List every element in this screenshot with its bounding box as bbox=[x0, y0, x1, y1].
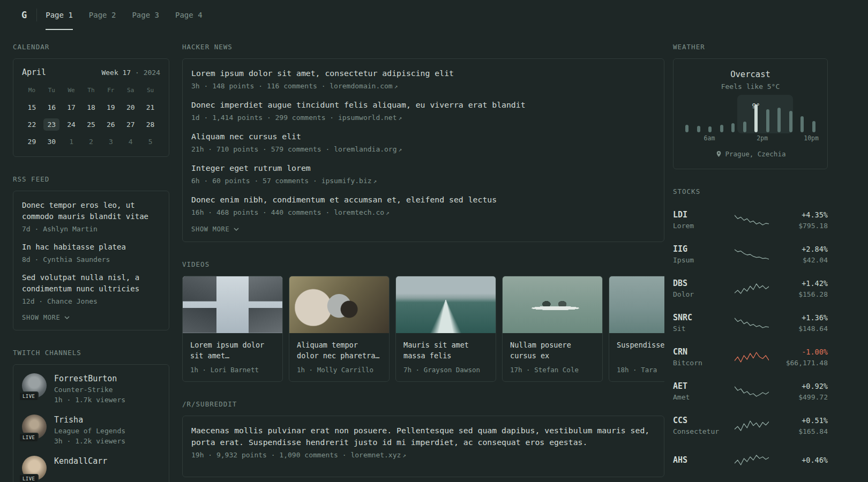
hn-item-title[interactable]: Donec imperdiet augue tincidunt felis al… bbox=[191, 99, 655, 111]
calendar-day: 5 bbox=[143, 135, 159, 148]
stock-row[interactable]: CRNBitcorn -1.00%$66,171.48 bbox=[673, 340, 828, 374]
stock-sparkline bbox=[735, 248, 769, 261]
twitch-channel[interactable]: LIVE Trisha League of Legends 3h · 1.2k … bbox=[22, 415, 160, 446]
hn-item-title[interactable]: Aliquam nec cursus elit bbox=[191, 131, 655, 142]
stock-ticker: AET bbox=[673, 381, 735, 392]
live-badge: LIVE bbox=[19, 391, 39, 401]
video-card[interactable]: Suspendisse diam 18h · Tara bbox=[609, 276, 664, 382]
stocks-section-title: STOCKS bbox=[673, 187, 828, 195]
post-title[interactable]: Maecenas mollis pulvinar erat non posuer… bbox=[191, 425, 655, 448]
tab-page-1[interactable]: Page 1 bbox=[46, 0, 73, 30]
tab-page-4[interactable]: Page 4 bbox=[175, 0, 203, 30]
stock-row[interactable]: CCSConsectetur +0.51%$165.84 bbox=[673, 409, 828, 443]
hn-item-domain[interactable]: ipsumworld.net bbox=[338, 114, 397, 122]
external-link-icon: ↗ bbox=[399, 146, 402, 153]
video-thumbnail bbox=[183, 276, 282, 333]
stock-sparkline bbox=[735, 385, 769, 398]
channel-viewers: 1h · 1.7k viewers bbox=[54, 395, 125, 405]
calendar-day: 18 bbox=[83, 101, 99, 114]
rss-section-title: RSS FEED bbox=[13, 175, 169, 183]
weather-condition: Overcast bbox=[684, 70, 817, 79]
hn-item-meta: 6h · 60 points · 57 comments bbox=[191, 177, 309, 185]
video-card[interactable]: Lorem ipsum dolor sit amet consectetu… 1… bbox=[182, 276, 283, 382]
stock-row[interactable]: SNRCSit +1.36%$148.64 bbox=[673, 306, 828, 340]
hn-item-title[interactable]: Lorem ipsum dolor sit amet, consectetur … bbox=[191, 67, 655, 79]
stock-ticker: LDI bbox=[673, 209, 735, 221]
video-title: Lorem ipsum dolor sit amet consectetu… bbox=[190, 340, 275, 361]
weather-feels-like: Feels like 5°C bbox=[684, 82, 817, 91]
video-card[interactable]: Nullam posuere cursus ex 17h · Stefan Co… bbox=[502, 276, 603, 382]
stock-price: $156.28 bbox=[776, 289, 828, 299]
stock-row[interactable]: LDILorem +4.35%$795.18 bbox=[673, 203, 828, 237]
page-tabs: Page 1 Page 2 Page 3 Page 4 bbox=[46, 0, 202, 30]
video-card[interactable]: Mauris sit amet massa felis 7h · Grayson… bbox=[395, 276, 496, 382]
weekday-label: Sa bbox=[127, 87, 134, 96]
stock-price: $499.72 bbox=[776, 392, 828, 402]
rss-item-meta: 8d · Cynthia Saunders bbox=[22, 255, 160, 265]
video-meta: 1h · Molly Carrillo bbox=[297, 366, 381, 374]
calendar-day: 29 bbox=[24, 135, 40, 148]
weather-section-title: WEATHER bbox=[673, 43, 828, 51]
hn-item-domain[interactable]: loremtech.co bbox=[334, 208, 384, 216]
calendar-day: 19 bbox=[103, 101, 119, 114]
stock-row[interactable]: AHS +0.46% bbox=[673, 443, 828, 477]
calendar-day: 17 bbox=[63, 101, 79, 114]
stock-sparkline bbox=[735, 454, 769, 466]
stock-sparkline bbox=[735, 317, 769, 329]
video-card[interactable]: Aliquam tempor dolor nec pharetra… 1h · … bbox=[289, 276, 390, 382]
channel-name[interactable]: ForrestBurton bbox=[54, 373, 125, 385]
hn-item: Donec enim nibh, condimentum et accumsan… bbox=[191, 194, 655, 218]
weekday-label: We bbox=[68, 87, 75, 96]
stock-row[interactable]: DBSDolor +1.42%$156.28 bbox=[673, 272, 828, 306]
hn-show-more-button[interactable]: SHOW MORE bbox=[191, 225, 239, 233]
tab-page-3[interactable]: Page 3 bbox=[132, 0, 159, 30]
stock-row[interactable]: IIGIpsum +2.84%$42.04 bbox=[673, 237, 828, 272]
current-temp-label: 9° bbox=[752, 102, 760, 110]
hn-item: Donec imperdiet augue tincidunt felis al… bbox=[191, 99, 655, 123]
channel-name[interactable]: KendallCarr bbox=[54, 456, 107, 467]
post-domain[interactable]: loremnet.xyz bbox=[350, 451, 401, 459]
hn-item-meta: 1d · 1,414 points · 299 comments bbox=[191, 114, 325, 122]
hn-item-domain[interactable]: loremlandia.org bbox=[334, 145, 396, 153]
calendar-day: 28 bbox=[143, 118, 159, 131]
weekday-label: Fr bbox=[107, 87, 114, 96]
tab-page-2[interactable]: Page 2 bbox=[89, 0, 116, 30]
twitch-section-title: TWITCH CHANNELS bbox=[13, 349, 169, 357]
calendar-day: 30 bbox=[43, 135, 59, 148]
rss-item-title[interactable]: In hac habitasse platea bbox=[22, 242, 160, 253]
rss-widget: RSS FEED Donec tempor eros leo, ut commo… bbox=[13, 175, 169, 330]
calendar-day: 2 bbox=[83, 135, 99, 148]
stock-row[interactable]: AETAmet +0.92%$499.72 bbox=[673, 374, 828, 409]
twitch-channel[interactable]: LIVE ForrestBurton Counter-Strike 1h · 1… bbox=[22, 373, 160, 405]
hn-item-domain[interactable]: loremdomain.com bbox=[330, 82, 392, 90]
stock-name: Bitcorn bbox=[673, 358, 735, 368]
stock-change: +0.92% bbox=[776, 381, 828, 392]
twitch-channel[interactable]: LIVE KendallCarr bbox=[22, 456, 160, 480]
hn-item-meta: 16h · 468 points · 440 comments bbox=[191, 208, 321, 216]
video-thumbnail bbox=[289, 276, 389, 333]
hn-item: Aliquam nec cursus elit 21h · 710 points… bbox=[191, 131, 655, 155]
stock-change: +4.35% bbox=[776, 209, 828, 221]
rss-show-more-button[interactable]: SHOW MORE bbox=[22, 314, 70, 321]
hn-item-domain[interactable]: ipsumify.biz bbox=[321, 177, 372, 185]
video-title: Aliquam tempor dolor nec pharetra… bbox=[297, 340, 381, 361]
hn-item-title[interactable]: Integer eget rutrum lorem bbox=[191, 162, 655, 174]
video-list: Lorem ipsum dolor sit amet consectetu… 1… bbox=[182, 276, 664, 382]
rss-item-title[interactable]: Donec tempor eros leo, ut commodo mauris… bbox=[22, 200, 160, 222]
calendar-day: 27 bbox=[123, 118, 139, 131]
weekday-label: Th bbox=[87, 87, 94, 96]
app-logo[interactable]: G bbox=[21, 0, 27, 30]
stock-change: +1.42% bbox=[776, 278, 828, 289]
hacker-news-section-title: HACKER NEWS bbox=[182, 43, 664, 51]
calendar-day: 4 bbox=[123, 135, 139, 148]
stock-ticker: AHS bbox=[673, 455, 735, 466]
channel-name[interactable]: Trisha bbox=[54, 415, 125, 426]
calendar-widget: CALENDAR April Week 17 · 2024 Mo Tu We T… bbox=[13, 43, 169, 157]
channel-viewers: 3h · 1.2k viewers bbox=[54, 436, 125, 446]
stock-name: Dolor bbox=[673, 289, 735, 299]
hn-item-title[interactable]: Donec enim nibh, condimentum et accumsan… bbox=[191, 194, 655, 206]
weather-chart: 9° 6am 2pm 10pm bbox=[684, 98, 817, 143]
rss-item-meta: 12d · Chance Jones bbox=[22, 297, 160, 306]
location-pin-icon bbox=[715, 150, 722, 157]
rss-item-title[interactable]: Sed volutpat nulla nisl, a condimentum n… bbox=[22, 272, 160, 295]
